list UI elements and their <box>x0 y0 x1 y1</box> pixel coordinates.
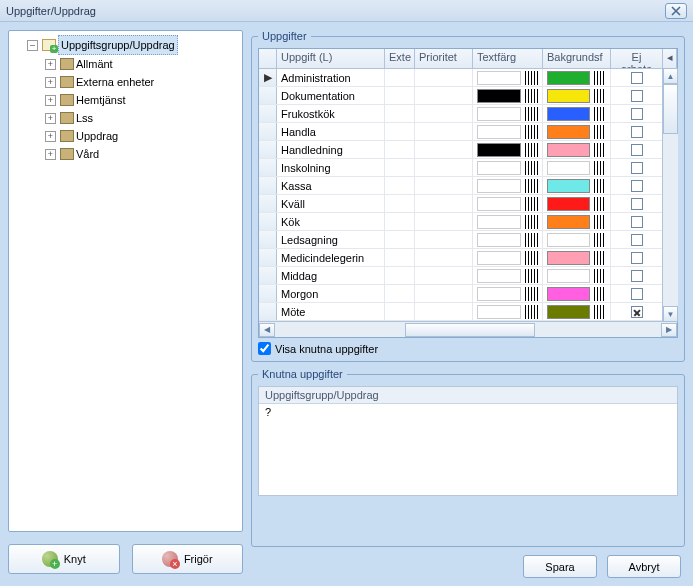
table-row[interactable]: Dokumentation <box>259 87 677 105</box>
spara-button[interactable]: Spara <box>523 555 597 578</box>
avbryt-button[interactable]: Avbryt <box>607 555 681 578</box>
uppgifter-grid[interactable]: Uppgift (L) Exte Prioritet Textfärg Bakg… <box>258 48 678 338</box>
color-picker-icon[interactable] <box>594 143 606 157</box>
color-picker-icon[interactable] <box>594 161 606 175</box>
color-picker-icon[interactable] <box>594 251 606 265</box>
col-prio[interactable]: Prioritet <box>415 49 473 68</box>
ej-arbete-checkbox[interactable] <box>631 216 643 228</box>
uppgifter-groupbox: Uppgifter Uppgift (L) Exte Prioritet Tex… <box>251 30 685 362</box>
vertical-scrollbar[interactable]: ▲ ▼ <box>662 68 678 322</box>
color-picker-icon[interactable] <box>594 305 606 319</box>
color-picker-icon[interactable] <box>594 125 606 139</box>
col-bakf[interactable]: Bakgrundsf <box>543 49 611 68</box>
color-picker-icon[interactable] <box>594 287 606 301</box>
table-row[interactable]: Möte <box>259 303 677 321</box>
expand-icon[interactable]: + <box>45 113 56 124</box>
ej-arbete-checkbox[interactable] <box>631 306 643 318</box>
knutna-groupbox: Knutna uppgifter Uppgiftsgrupp/Uppdrag ? <box>251 368 685 547</box>
color-picker-icon[interactable] <box>525 197 538 211</box>
color-picker-icon[interactable] <box>525 215 538 229</box>
color-picker-icon[interactable] <box>594 269 606 283</box>
table-row[interactable]: ▶Administration <box>259 69 677 87</box>
expand-icon[interactable]: + <box>45 77 56 88</box>
knutna-legend: Knutna uppgifter <box>258 368 347 380</box>
scroll-right-icon[interactable]: ▶ <box>661 323 677 337</box>
scroll-thumb[interactable] <box>405 323 535 337</box>
col-exte[interactable]: Exte <box>385 49 415 68</box>
table-row[interactable]: Morgon <box>259 285 677 303</box>
tree-item[interactable]: + Uppdrag <box>45 127 240 145</box>
color-picker-icon[interactable] <box>594 71 606 85</box>
tree-root[interactable]: – + Uppgiftsgrupp/Uppdrag <box>27 35 240 55</box>
ej-arbete-checkbox[interactable] <box>631 198 643 210</box>
color-picker-icon[interactable] <box>594 179 606 193</box>
tree-item[interactable]: + Lss <box>45 109 240 127</box>
table-row[interactable]: Kassa <box>259 177 677 195</box>
color-picker-icon[interactable] <box>525 233 538 247</box>
visa-knutna-label: Visa knutna uppgifter <box>275 343 378 355</box>
ej-arbete-checkbox[interactable] <box>631 252 643 264</box>
ej-arbete-checkbox[interactable] <box>631 144 643 156</box>
expand-icon[interactable]: + <box>45 149 56 160</box>
scroll-left-icon[interactable]: ◀ <box>259 323 275 337</box>
color-picker-icon[interactable] <box>525 143 538 157</box>
scroll-up-icon[interactable]: ▲ <box>663 68 678 84</box>
table-row[interactable]: Inskolning <box>259 159 677 177</box>
frigor-button[interactable]: Frigör <box>132 544 244 574</box>
table-row[interactable]: Frukostkök <box>259 105 677 123</box>
color-picker-icon[interactable] <box>594 107 606 121</box>
color-picker-icon[interactable] <box>525 179 538 193</box>
color-picker-icon[interactable] <box>525 71 538 85</box>
tree-item[interactable]: + Allmänt <box>45 55 240 73</box>
table-row[interactable]: Middag <box>259 267 677 285</box>
ej-arbete-checkbox[interactable] <box>631 234 643 246</box>
collapse-icon[interactable]: – <box>27 40 38 51</box>
ej-arbete-checkbox[interactable] <box>631 72 643 84</box>
color-picker-icon[interactable] <box>525 125 538 139</box>
visa-knutna-checkbox[interactable] <box>258 342 271 355</box>
color-picker-icon[interactable] <box>525 89 538 103</box>
table-row[interactable]: Handla <box>259 123 677 141</box>
table-row[interactable]: Handledning <box>259 141 677 159</box>
table-row[interactable]: Kök <box>259 213 677 231</box>
ej-arbete-checkbox[interactable] <box>631 270 643 282</box>
color-picker-icon[interactable] <box>525 287 538 301</box>
col-textf[interactable]: Textfärg <box>473 49 543 68</box>
ej-arbete-checkbox[interactable] <box>631 108 643 120</box>
knutna-list[interactable]: Uppgiftsgrupp/Uppdrag ? <box>258 386 678 496</box>
ej-arbete-checkbox[interactable] <box>631 288 643 300</box>
color-picker-icon[interactable] <box>525 161 538 175</box>
knyt-button[interactable]: Knyt <box>8 544 120 574</box>
ej-arbete-checkbox[interactable] <box>631 180 643 192</box>
color-picker-icon[interactable] <box>594 89 606 103</box>
folder-icon <box>60 112 74 124</box>
knutna-value: ? <box>259 404 677 420</box>
table-row[interactable]: Medicindelegerin <box>259 249 677 267</box>
expand-icon[interactable]: + <box>45 95 56 106</box>
folder-add-icon: + <box>42 39 56 51</box>
tree-item[interactable]: + Hemtjänst <box>45 91 240 109</box>
ej-arbete-checkbox[interactable] <box>631 162 643 174</box>
color-picker-icon[interactable] <box>525 107 538 121</box>
scroll-down-icon[interactable]: ▼ <box>663 306 678 322</box>
color-picker-icon[interactable] <box>594 233 606 247</box>
vscroll-thumb[interactable] <box>663 84 678 134</box>
expand-icon[interactable]: + <box>45 59 56 70</box>
tree-item[interactable]: + Externa enheter <box>45 73 240 91</box>
table-row[interactable]: Ledsagning <box>259 231 677 249</box>
expand-icon[interactable]: + <box>45 131 56 142</box>
color-picker-icon[interactable] <box>525 251 538 265</box>
color-picker-icon[interactable] <box>525 305 538 319</box>
tree-item[interactable]: + Vård <box>45 145 240 163</box>
color-picker-icon[interactable] <box>594 197 606 211</box>
ej-arbete-checkbox[interactable] <box>631 126 643 138</box>
close-button[interactable] <box>665 3 687 19</box>
color-picker-icon[interactable] <box>594 215 606 229</box>
ej-arbete-checkbox[interactable] <box>631 90 643 102</box>
color-picker-icon[interactable] <box>525 269 538 283</box>
horizontal-scrollbar[interactable]: ◀ ▶ <box>259 321 677 337</box>
table-row[interactable]: Kväll <box>259 195 677 213</box>
col-uppgift[interactable]: Uppgift (L) <box>277 49 385 68</box>
col-ej[interactable]: Ej arbete <box>611 49 663 68</box>
tree-panel: – + Uppgiftsgrupp/Uppdrag + Allmänt+ Ext… <box>8 30 243 532</box>
